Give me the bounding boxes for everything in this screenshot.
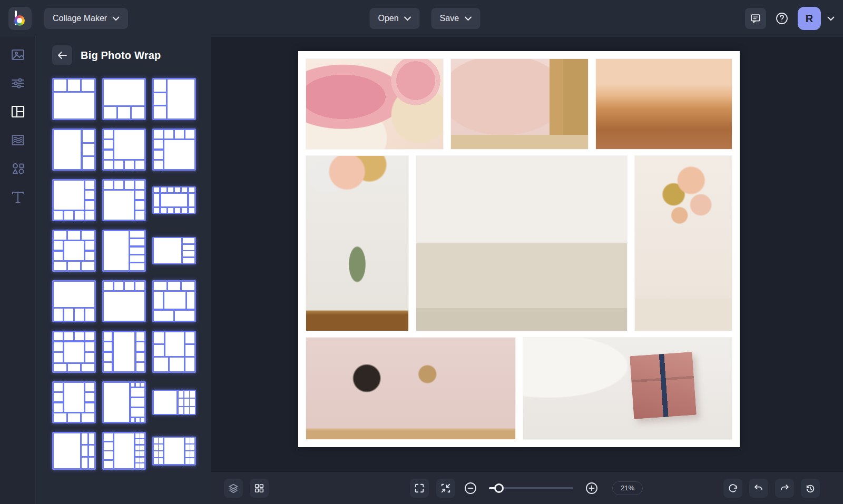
open-label: Open xyxy=(378,14,398,23)
bottom-toolbar: 21% xyxy=(211,471,843,504)
arrow-left-icon xyxy=(57,51,67,60)
layout-thumbnail-8[interactable] xyxy=(102,179,146,221)
photo-boys-with-gifts[interactable] xyxy=(306,338,515,439)
layers-icon xyxy=(228,482,239,494)
open-button[interactable]: Open xyxy=(369,8,419,29)
layout-thumbnail-13[interactable] xyxy=(52,280,96,322)
layout-thumbnail-5[interactable] xyxy=(102,129,146,171)
zoom-in-button[interactable] xyxy=(584,480,600,496)
back-button[interactable] xyxy=(52,45,72,65)
fit-to-screen-button[interactable] xyxy=(436,479,455,498)
photo-girl-with-balloons[interactable] xyxy=(306,156,408,331)
zoom-slider[interactable] xyxy=(489,483,573,493)
texture-icon xyxy=(10,132,26,148)
templates-panel: Big Photo Wrap xyxy=(36,37,211,504)
rail-item-layouts[interactable] xyxy=(8,103,27,121)
layout-thumbnail-14[interactable] xyxy=(102,280,146,322)
photo-girls-behind-couch[interactable] xyxy=(416,156,627,331)
layout-thumbnails xyxy=(36,73,211,470)
redo-button[interactable] xyxy=(775,479,794,498)
shapes-icon xyxy=(10,161,26,176)
photo-girls-under-blanket[interactable] xyxy=(451,59,588,149)
chevron-down-icon xyxy=(404,16,411,21)
undo-icon xyxy=(753,483,764,493)
fullscreen-icon xyxy=(414,483,425,493)
layout-thumbnail-12[interactable] xyxy=(152,237,196,264)
photo-desert[interactable] xyxy=(596,59,732,149)
chevron-down-icon xyxy=(827,16,835,21)
layout-thumbnail-19[interactable] xyxy=(52,381,96,423)
layout-thumbnail-17[interactable] xyxy=(102,331,146,373)
rail-item-edit[interactable] xyxy=(8,74,27,92)
layers-button[interactable] xyxy=(224,479,243,498)
avatar-initial: R xyxy=(806,13,813,25)
grid-icon xyxy=(254,483,264,493)
top-bar: Collage Maker Open Save R xyxy=(0,0,843,37)
text-icon xyxy=(10,189,26,205)
layout-thumbnail-16[interactable] xyxy=(52,331,96,373)
zoom-out-button[interactable] xyxy=(463,480,478,496)
chevron-down-icon xyxy=(464,16,472,21)
zoom-percent-field[interactable]: 21% xyxy=(612,481,643,495)
image-icon xyxy=(10,47,26,63)
layout-thumbnail-18[interactable] xyxy=(152,331,196,373)
fit-to-screen-icon xyxy=(440,483,451,493)
befunky-logo[interactable] xyxy=(8,7,32,30)
rail-item-photos[interactable] xyxy=(8,46,27,64)
layout-thumbnail-24[interactable] xyxy=(152,437,196,466)
rail-item-text[interactable] xyxy=(8,188,27,206)
canvas-stage xyxy=(211,37,843,471)
save-button[interactable]: Save xyxy=(432,8,480,29)
redo-icon xyxy=(779,483,790,493)
layout-thumbnail-15[interactable] xyxy=(152,280,196,322)
photo-kids-party-couch[interactable] xyxy=(635,156,732,331)
photo-gift-box[interactable] xyxy=(523,338,732,439)
zoom-percent-value: 21% xyxy=(621,484,634,492)
chevron-down-icon xyxy=(112,16,120,21)
reset-button[interactable] xyxy=(723,479,742,498)
help-button[interactable] xyxy=(772,9,791,28)
collage-board xyxy=(298,51,740,447)
layout-thumbnail-10[interactable] xyxy=(52,230,96,272)
rail-item-graphics[interactable] xyxy=(8,160,27,177)
undo-button[interactable] xyxy=(749,479,768,498)
layout-thumbnail-23[interactable] xyxy=(102,432,146,470)
layout-thumbnail-4[interactable] xyxy=(52,129,96,171)
app-switcher-label: Collage Maker xyxy=(53,14,107,23)
minus-circle-icon xyxy=(464,481,477,495)
layout-thumbnail-6[interactable] xyxy=(152,129,196,171)
help-icon xyxy=(775,12,789,25)
layout-thumbnail-11[interactable] xyxy=(102,230,146,272)
feedback-chat-icon xyxy=(750,13,761,24)
layout-thumbnail-7[interactable] xyxy=(52,179,96,221)
account-menu-chevron[interactable] xyxy=(827,16,835,21)
grid-view-button[interactable] xyxy=(250,479,269,498)
tools-rail xyxy=(0,37,36,504)
layout-thumbnail-3[interactable] xyxy=(152,78,196,120)
layout-thumbnail-22[interactable] xyxy=(52,432,96,470)
avatar[interactable]: R xyxy=(798,7,821,30)
layout-thumbnail-9[interactable] xyxy=(152,186,196,214)
history-icon xyxy=(805,483,816,493)
plus-circle-icon xyxy=(585,481,599,495)
app-switcher-button[interactable]: Collage Maker xyxy=(44,8,128,29)
feedback-button[interactable] xyxy=(745,8,766,29)
logo-b-icon xyxy=(14,11,26,26)
photo-cupcakes[interactable] xyxy=(306,59,443,149)
layout-icon xyxy=(10,104,26,120)
save-label: Save xyxy=(440,14,459,23)
layout-thumbnail-2[interactable] xyxy=(102,78,146,120)
fullscreen-button[interactable] xyxy=(410,479,429,498)
refresh-icon xyxy=(728,483,738,493)
adjustments-icon xyxy=(10,75,26,91)
layout-thumbnail-20[interactable] xyxy=(102,381,146,423)
panel-title: Big Photo Wrap xyxy=(81,50,161,62)
layout-thumbnail-21[interactable] xyxy=(152,390,196,415)
layout-thumbnail-1[interactable] xyxy=(52,78,96,120)
rail-item-textures[interactable] xyxy=(8,131,27,149)
history-button[interactable] xyxy=(801,479,820,498)
zoom-slider-handle[interactable] xyxy=(494,483,504,493)
